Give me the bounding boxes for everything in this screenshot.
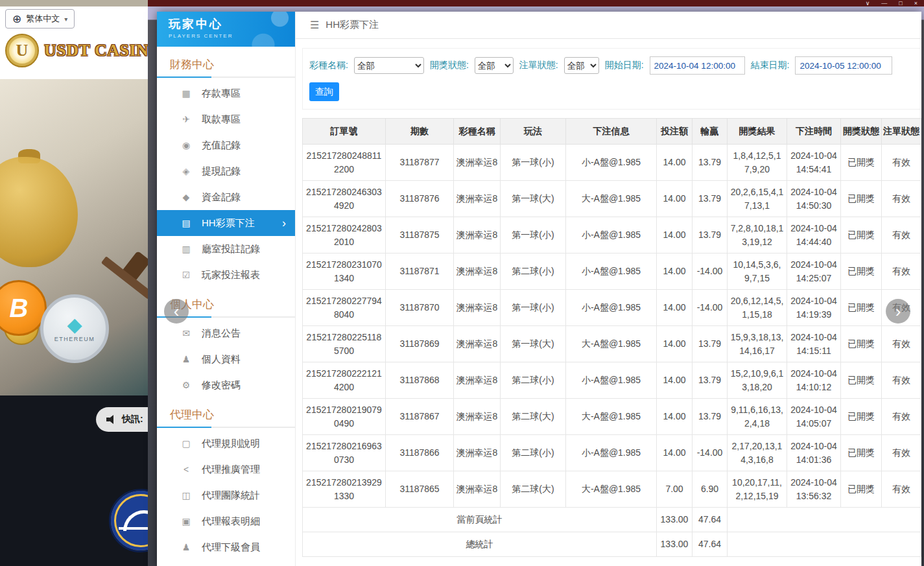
cell-bet-status: 有效	[882, 435, 921, 471]
cell-draw-result: 2,17,20,13,14,3,16,8	[728, 435, 787, 471]
gold-bag-shape	[0, 157, 78, 267]
cell-draw-status: 已開獎	[841, 326, 882, 362]
sidebar-item-change-password[interactable]: ⚙修改密碼	[157, 372, 295, 398]
cell-lottery-name: 澳洲幸运8	[454, 326, 501, 362]
sidebar-item-deposit[interactable]: ▦存款專區	[157, 80, 295, 106]
deposit-icon: ▦	[180, 88, 192, 99]
cell-bet-time: 2024-10-04 14:10:12	[787, 362, 841, 399]
lottery-name-select[interactable]: 全部	[354, 57, 424, 74]
cell-draw-result: 7,2,8,10,18,13,19,12	[728, 217, 787, 254]
carousel-prev-button[interactable]: ‹	[164, 299, 189, 324]
start-date-input[interactable]	[650, 56, 745, 75]
cell-win-loss: -14.00	[693, 290, 728, 326]
section-title: 財務中心	[157, 48, 295, 77]
cell-draw-result: 15,9,3,18,13,14,16,17	[728, 326, 787, 362]
chevron-down-icon[interactable]: ∨	[866, 0, 870, 6]
total-bet-amount: 133.00	[657, 508, 693, 532]
globe-icon: ⊕	[12, 14, 21, 25]
total-empty-cell	[728, 508, 921, 532]
column-header-win-loss: 輸贏	[693, 119, 728, 145]
cell-play: 第二球(大)	[501, 471, 566, 508]
maximize-icon[interactable]: □	[899, 0, 902, 6]
section-divider	[157, 77, 295, 78]
bet-status-select[interactable]: 全部	[564, 57, 599, 74]
language-selector[interactable]: ⊕ 繁体中文 ▾	[5, 9, 75, 29]
cell-win-loss: 13.79	[693, 217, 728, 254]
sidebar-item-recharge-records[interactable]: ◉充值記錄	[157, 132, 295, 158]
cell-order-no: 2152172802277948040	[303, 290, 386, 326]
table-row: 215217280225118570031187869澳洲幸运8第一球(大)大-…	[303, 326, 921, 362]
cell-bet-amount: 14.00	[657, 145, 693, 181]
sidebar-item-funds-records[interactable]: ◆資金記錄	[157, 184, 295, 210]
sidebar-item-player-bet-report[interactable]: ☑玩家投注報表	[157, 262, 295, 288]
cell-period: 31187867	[386, 399, 454, 435]
start-date-label: 開始日期:	[605, 60, 644, 71]
cell-lottery-name: 澳洲幸运8	[454, 290, 501, 326]
logo-text: USDT CASINO	[44, 41, 148, 60]
column-header-order-no: 訂單號	[303, 119, 386, 145]
speaker-icon	[106, 415, 117, 424]
content-topbar: ☰ HH彩票下注	[296, 12, 921, 39]
lottery-bets-icon: ▤	[180, 218, 192, 228]
site-footer-area: 快訊:	[0, 395, 148, 566]
cell-play: 第二球(大)	[501, 399, 566, 435]
table-row: 215217280242803201031187875澳洲幸运8第一球(小)小-…	[303, 217, 921, 254]
sidebar-item-announcements[interactable]: ✉消息公告	[157, 320, 295, 346]
cell-period: 31187875	[386, 217, 454, 254]
sidebar-item-label: 代理規則說明	[202, 438, 260, 450]
cell-draw-status: 已開獎	[841, 254, 882, 290]
sidebar-item-withdrawal-records[interactable]: ◈提現記錄	[157, 158, 295, 184]
players-center-modal: 玩家中心 PLAYERS CENTER 財務中心▦存款專區✈取款專區◉充值記錄◈…	[157, 12, 921, 566]
chevron-right-icon: ›	[282, 217, 286, 230]
sidebar-item-label: HH彩票下注	[202, 217, 255, 230]
recharge-records-icon: ◉	[180, 140, 192, 150]
table-row: 215217280222121420031187868澳洲幸运8第二球(小)小-…	[303, 362, 921, 399]
filter-row: 彩種名稱: 全部 開獎狀態: 全部 注單狀態: 全部 開始日期: 結束日期:	[309, 56, 914, 75]
cell-play: 第一球(小)	[501, 145, 566, 181]
carousel-next-button[interactable]: ›	[886, 299, 910, 324]
cell-bet-amount: 14.00	[657, 290, 693, 326]
table-row: 215217280216963073031187866澳洲幸运8第二球(小)小-…	[303, 435, 921, 471]
site-logo[interactable]: U USDT CASINO	[5, 34, 148, 67]
sidebar-item-withdraw[interactable]: ✈取款專區	[157, 106, 295, 132]
cell-draw-status: 已開獎	[841, 471, 882, 508]
column-header-draw-status: 開獎狀態	[841, 119, 882, 145]
total-bet-amount: 133.00	[657, 532, 693, 557]
page-total-row: 當前頁統計133.0047.64	[303, 508, 921, 532]
filter-panel: 彩種名稱: 全部 開獎狀態: 全部 注單狀態: 全部 開始日期: 結束日期: 查…	[302, 48, 921, 110]
sidebar-item-agent-promotion[interactable]: <代理推廣管理	[157, 456, 295, 482]
sidebar-item-profile[interactable]: ♟個人資料	[157, 346, 295, 372]
sidebar-item-label: 消息公告	[202, 327, 241, 340]
close-icon[interactable]: ×	[914, 0, 918, 6]
cell-bet-info: 小-A盤@1.985	[566, 217, 657, 254]
cell-bet-status: 有效	[882, 145, 921, 181]
search-button[interactable]: 查詢	[309, 82, 339, 101]
hamburger-icon[interactable]: ☰	[310, 19, 319, 31]
cell-period: 31187865	[386, 471, 454, 508]
cell-bet-amount: 14.00	[657, 326, 693, 362]
sidebar-item-agent-report-detail[interactable]: ▣代理報表明細	[157, 508, 295, 534]
end-date-label: 結束日期:	[751, 60, 790, 71]
team-logo	[109, 489, 148, 552]
sidebar-item-agent-members[interactable]: ♟代理下級會員	[157, 534, 295, 560]
cell-order-no: 2152172802428032010	[303, 217, 386, 254]
minimize-icon[interactable]: —	[881, 0, 887, 6]
cell-bet-time: 2024-10-04 13:56:32	[787, 471, 841, 508]
caret-down-icon: ▾	[64, 16, 67, 23]
cell-bet-info: 小-A盤@1.985	[566, 145, 657, 181]
column-header-bet-time: 下注時間	[787, 119, 841, 145]
bet-status-label: 注單狀態:	[519, 60, 558, 71]
ethereum-coin-icon: ◆ ETHEREUM	[40, 294, 109, 363]
sidebar-item-agent-rules[interactable]: ▢代理規則說明	[157, 430, 295, 456]
cell-bet-info: 大-A盤@1.985	[566, 181, 657, 217]
sidebar-item-agent-team-stats[interactable]: ◫代理團隊統計	[157, 482, 295, 508]
total-label: 總統計	[303, 532, 657, 557]
total-label: 當前頁統計	[303, 508, 657, 532]
sidebar-item-hh-lottery-bets[interactable]: ▤HH彩票下注›	[157, 210, 295, 236]
end-date-input[interactable]	[795, 56, 892, 75]
cell-bet-status: 有效	[882, 362, 921, 399]
sidebar-item-room-bet-records[interactable]: ▥廳室投註記錄	[157, 236, 295, 262]
cell-draw-result: 10,14,5,3,6,9,7,15	[728, 254, 787, 290]
cell-period: 31187866	[386, 435, 454, 471]
draw-status-select[interactable]: 全部	[475, 57, 514, 74]
